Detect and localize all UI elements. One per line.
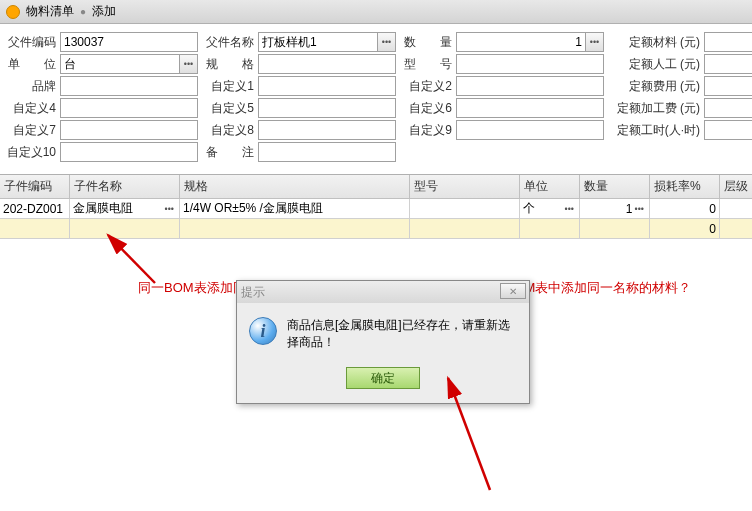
- dialog-message: 商品信息[金属膜电阻]已经存在，请重新选择商品！: [287, 317, 517, 351]
- lbl-labor-cost: 定额人工 (元): [608, 56, 704, 73]
- c1-input[interactable]: [258, 76, 396, 96]
- lbl-c9: 自定义9: [400, 122, 456, 139]
- unit-lookup-icon[interactable]: •••: [563, 204, 576, 214]
- lbl-hours: 定额工时(人·时): [608, 122, 704, 139]
- col-qty[interactable]: 数量: [580, 175, 650, 199]
- lbl-c10: 自定义10: [4, 144, 60, 161]
- app-icon: [6, 5, 20, 19]
- info-icon: i: [249, 317, 277, 345]
- svg-line-0: [108, 235, 155, 283]
- unit-input[interactable]: [60, 54, 180, 74]
- table-row[interactable]: 202-DZ001 金属膜电阻••• 1/4W OR±5% /金属膜电阻 个••…: [0, 199, 752, 219]
- lbl-proc-cost: 定额加工费 (元): [608, 100, 704, 117]
- lbl-c2: 自定义2: [400, 78, 456, 95]
- cell-code[interactable]: 202-DZ001: [0, 199, 70, 219]
- c7-input[interactable]: [60, 120, 198, 140]
- remark-input[interactable]: [258, 142, 396, 162]
- dot-separator: ●: [80, 6, 86, 17]
- lbl-brand: 品牌: [4, 78, 60, 95]
- title-action: 添加: [92, 3, 116, 20]
- lbl-fee-cost: 定额费用 (元): [608, 78, 704, 95]
- col-spec[interactable]: 规格: [180, 175, 410, 199]
- dialog-titlebar[interactable]: 提示 ✕: [237, 281, 529, 303]
- lbl-c7: 自定义7: [4, 122, 60, 139]
- c10-input[interactable]: [60, 142, 198, 162]
- cell-name[interactable]: [70, 219, 180, 239]
- name-lookup-icon[interactable]: •••: [163, 204, 176, 214]
- model-input[interactable]: [456, 54, 604, 74]
- brand-input[interactable]: [60, 76, 198, 96]
- title-text: 物料清单: [26, 3, 74, 20]
- lbl-c1: 自定义1: [202, 78, 258, 95]
- proc-cost-input[interactable]: [704, 98, 752, 118]
- cell-loss[interactable]: 0: [650, 219, 720, 239]
- cell-code[interactable]: [0, 219, 70, 239]
- cell-model[interactable]: [410, 219, 520, 239]
- lbl-model: 型 号: [400, 56, 456, 73]
- col-model[interactable]: 型号: [410, 175, 520, 199]
- ok-button[interactable]: 确定: [346, 367, 420, 389]
- c8-input[interactable]: [258, 120, 396, 140]
- form-area: 父件编码 父件名称••• 数 量••• 定额材料 (元) 单 位••• 规 格 …: [0, 24, 752, 174]
- cell-spec[interactable]: [180, 219, 410, 239]
- cell-level[interactable]: [720, 219, 752, 239]
- title-bar: 物料清单 ● 添加: [0, 0, 752, 24]
- close-icon[interactable]: ✕: [500, 283, 526, 299]
- cell-unit[interactable]: [520, 219, 580, 239]
- qty-lookup[interactable]: •••: [586, 32, 604, 52]
- cell-loss[interactable]: 0: [650, 199, 720, 219]
- c5-input[interactable]: [258, 98, 396, 118]
- cell-name[interactable]: 金属膜电阻•••: [70, 199, 180, 219]
- cell-qty[interactable]: [580, 219, 650, 239]
- lbl-parent-name: 父件名称: [202, 34, 258, 51]
- lbl-c4: 自定义4: [4, 100, 60, 117]
- cell-spec[interactable]: 1/4W OR±5% /金属膜电阻: [180, 199, 410, 219]
- col-code[interactable]: 子件编码: [0, 175, 70, 199]
- lbl-unit: 单 位: [4, 56, 60, 73]
- table-row[interactable]: 0: [0, 219, 752, 239]
- c4-input[interactable]: [60, 98, 198, 118]
- lbl-c8: 自定义8: [202, 122, 258, 139]
- col-level[interactable]: 层级: [720, 175, 752, 199]
- hours-input[interactable]: [704, 120, 752, 140]
- c2-input[interactable]: [456, 76, 604, 96]
- cell-model[interactable]: [410, 199, 520, 219]
- cell-level[interactable]: [720, 199, 752, 219]
- lbl-parent-code: 父件编码: [4, 34, 60, 51]
- lbl-mat-cost: 定额材料 (元): [608, 34, 704, 51]
- parent-name-input[interactable]: [258, 32, 378, 52]
- lbl-spec: 规 格: [202, 56, 258, 73]
- qty-lookup-icon[interactable]: •••: [633, 204, 646, 214]
- unit-lookup[interactable]: •••: [180, 54, 198, 74]
- dialog-title-text: 提示: [241, 284, 265, 301]
- parent-code-input[interactable]: [60, 32, 198, 52]
- cell-qty[interactable]: 1•••: [580, 199, 650, 219]
- labor-cost-input[interactable]: [704, 54, 752, 74]
- lbl-c5: 自定义5: [202, 100, 258, 117]
- col-unit[interactable]: 单位: [520, 175, 580, 199]
- col-loss[interactable]: 损耗率%: [650, 175, 720, 199]
- dialog: 提示 ✕ i 商品信息[金属膜电阻]已经存在，请重新选择商品！ 确定: [236, 280, 530, 404]
- mat-cost-input[interactable]: [704, 32, 752, 52]
- parent-name-lookup[interactable]: •••: [378, 32, 396, 52]
- cell-unit[interactable]: 个•••: [520, 199, 580, 219]
- c6-input[interactable]: [456, 98, 604, 118]
- qty-input[interactable]: [456, 32, 586, 52]
- spec-input[interactable]: [258, 54, 396, 74]
- c9-input[interactable]: [456, 120, 604, 140]
- grid: 子件编码 子件名称 规格 型号 单位 数量 损耗率% 层级 202-DZ001 …: [0, 174, 752, 239]
- lbl-remark: 备 注: [202, 144, 258, 161]
- grid-header: 子件编码 子件名称 规格 型号 单位 数量 损耗率% 层级: [0, 175, 752, 199]
- col-name[interactable]: 子件名称: [70, 175, 180, 199]
- lbl-qty: 数 量: [400, 34, 456, 51]
- lbl-c6: 自定义6: [400, 100, 456, 117]
- fee-cost-input[interactable]: [704, 76, 752, 96]
